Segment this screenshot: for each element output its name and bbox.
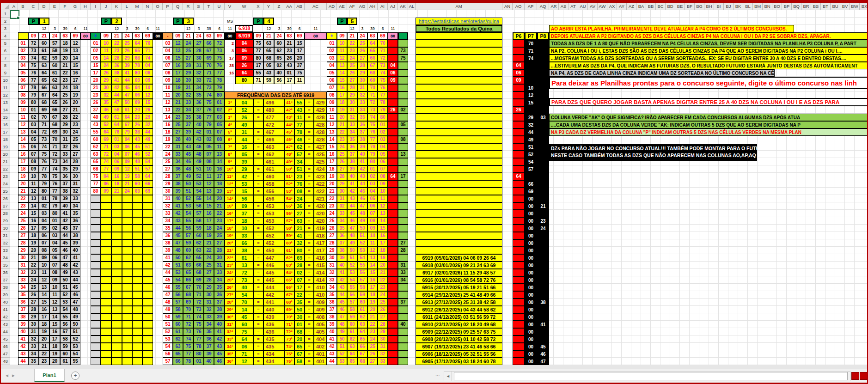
p2-data-cell[interactable]: 09 bbox=[101, 188, 111, 195]
row-header-21[interactable]: 21 bbox=[1, 158, 10, 165]
p3-data-cell[interactable]: 78 bbox=[214, 77, 225, 84]
p5-data-cell[interactable]: 68 bbox=[357, 358, 367, 365]
p3-data-cell[interactable]: 77 bbox=[204, 114, 214, 121]
p2-sign-cell[interactable]: + bbox=[91, 32, 101, 40]
p6-red-cell[interactable] bbox=[513, 328, 525, 335]
p3-data-cell[interactable]: 45 bbox=[173, 232, 183, 239]
p3-data-cell[interactable]: 36 bbox=[194, 99, 204, 106]
p7-value[interactable]: 00 bbox=[525, 293, 537, 298]
p1-data-cell[interactable]: 28 bbox=[60, 114, 70, 121]
p2-data-cell[interactable] bbox=[132, 350, 142, 358]
p3-data-cell[interactable]: 12 bbox=[204, 180, 214, 188]
p2-data-cell[interactable]: 44 bbox=[111, 91, 122, 99]
p3-index-cell[interactable]: 14 bbox=[163, 114, 173, 121]
p1-data-cell[interactable]: 22 bbox=[28, 262, 39, 269]
aj-red-cell[interactable] bbox=[388, 239, 398, 247]
p2-index-cell[interactable]: 77 bbox=[91, 180, 101, 188]
p1-data-cell[interactable]: 23 bbox=[28, 269, 39, 276]
p5-data-cell[interactable]: 30 bbox=[357, 77, 367, 84]
p2-data-cell[interactable] bbox=[101, 225, 111, 232]
p5-data-cell[interactable]: 35 bbox=[357, 114, 367, 121]
p5-data-cell[interactable]: 19 bbox=[367, 299, 378, 306]
p5-data-cell[interactable]: 27 bbox=[347, 77, 357, 84]
p6-red-cell[interactable] bbox=[513, 114, 525, 121]
p3-data-cell[interactable]: 73 bbox=[214, 47, 225, 55]
p5-data-cell[interactable]: 06 bbox=[378, 158, 388, 165]
p2-data-cell[interactable] bbox=[142, 306, 153, 313]
p1-data-cell[interactable]: 12 bbox=[49, 299, 60, 306]
p1-data-cell[interactable]: 05 bbox=[28, 136, 39, 143]
p4-grid-cell[interactable]: 17 bbox=[294, 47, 305, 55]
p3-data-cell[interactable]: 27 bbox=[214, 239, 225, 247]
p1-data-cell[interactable]: 10 bbox=[39, 262, 49, 269]
p6-red-cell[interactable]: 26 bbox=[513, 106, 525, 114]
p7-value[interactable]: 00 bbox=[525, 241, 537, 246]
p5-data-cell[interactable]: 74 bbox=[367, 114, 378, 121]
p5-data-cell[interactable]: 57 bbox=[347, 299, 357, 306]
p2-data-cell[interactable]: 49 bbox=[142, 136, 153, 143]
p2-index-cell[interactable] bbox=[91, 217, 101, 225]
p2-index-cell[interactable] bbox=[91, 343, 101, 350]
p5-data-cell[interactable]: 50 bbox=[347, 247, 357, 254]
p2-base-0[interactable]: 09 bbox=[101, 32, 111, 40]
p3-data-cell[interactable]: 71 bbox=[204, 69, 214, 77]
ak-green-cell[interactable] bbox=[398, 165, 408, 173]
p2-data-cell[interactable] bbox=[101, 232, 111, 239]
p5-index-cell[interactable]: 40 bbox=[327, 328, 337, 335]
p5-data-cell[interactable]: 38 bbox=[337, 247, 347, 254]
p3-data-cell[interactable]: 37 bbox=[194, 106, 204, 114]
p2-data-cell[interactable]: 46 bbox=[101, 106, 111, 114]
p5-base-0[interactable]: 09 bbox=[337, 32, 347, 40]
p3-data-cell[interactable]: 63 bbox=[183, 262, 194, 269]
p2-data-cell[interactable]: 16 bbox=[111, 173, 122, 180]
p4-grid-cell[interactable]: 75 bbox=[253, 40, 263, 47]
p3-data-cell[interactable]: 78 bbox=[194, 343, 204, 350]
p3-data-cell[interactable]: 23 bbox=[173, 114, 183, 121]
p5-data-cell[interactable]: 15 bbox=[337, 77, 347, 84]
p3-data-cell[interactable]: 46 bbox=[194, 143, 204, 151]
p2-index-cell[interactable] bbox=[91, 306, 101, 313]
p1-data-cell[interactable]: 62 bbox=[49, 77, 60, 84]
p3-data-cell[interactable]: 71 bbox=[183, 313, 194, 321]
p1-data-cell[interactable]: 03 bbox=[28, 121, 39, 128]
p2-data-cell[interactable]: 22 bbox=[111, 40, 122, 47]
p1-data-cell[interactable]: 66 bbox=[49, 106, 60, 114]
p1-index-cell[interactable]: 22 bbox=[18, 195, 28, 202]
p1-data-cell[interactable]: 39 bbox=[60, 195, 70, 202]
p4-grid-cell[interactable]: 15 bbox=[294, 40, 305, 47]
p5-data-cell[interactable]: 42 bbox=[357, 165, 367, 173]
row-header-28[interactable]: 28 bbox=[1, 210, 10, 217]
p1-data-cell[interactable]: 44 bbox=[60, 232, 70, 239]
p2-data-cell[interactable] bbox=[111, 291, 122, 299]
p1-data-cell[interactable]: 72 bbox=[49, 151, 60, 158]
p3-index-cell[interactable]: 12 bbox=[163, 99, 173, 106]
p5-data-cell[interactable]: 60 bbox=[357, 299, 367, 306]
ak-green-cell[interactable] bbox=[398, 91, 408, 99]
p7-value[interactable]: 71 bbox=[525, 49, 537, 54]
p3-index-cell[interactable]: 28 bbox=[163, 173, 173, 180]
p7-value[interactable]: 00 bbox=[525, 315, 537, 320]
p1-index-cell[interactable]: 16 bbox=[18, 151, 28, 158]
p3-data-cell[interactable]: 31 bbox=[204, 299, 214, 306]
p3-data-cell[interactable]: 62 bbox=[173, 335, 183, 343]
aj-red-cell[interactable] bbox=[388, 210, 398, 217]
p2-data-cell[interactable] bbox=[132, 210, 142, 217]
p6-red-cell[interactable] bbox=[513, 217, 525, 225]
p5-data-cell[interactable]: 42 bbox=[347, 188, 357, 195]
p2-data-cell[interactable] bbox=[111, 299, 122, 306]
aj-red-cell[interactable]: 04 bbox=[388, 62, 398, 69]
p2-data-cell[interactable]: 14 bbox=[101, 55, 111, 62]
p2-index-cell[interactable]: 20 bbox=[91, 77, 101, 84]
column-header-BB[interactable]: BB bbox=[646, 3, 656, 10]
p5-data-cell[interactable]: 09 bbox=[378, 180, 388, 188]
result-row[interactable]: 6911 (24/12/2025) 03 51 56 59 72 bbox=[416, 313, 502, 321]
row-header-25[interactable]: 25 bbox=[1, 188, 10, 195]
p5-data-cell[interactable]: 65 bbox=[357, 335, 367, 343]
p1-data-cell[interactable]: 20 bbox=[60, 55, 70, 62]
p2-data-cell[interactable] bbox=[142, 291, 153, 299]
p6-red-cell[interactable]: 06 bbox=[513, 69, 525, 77]
p5-data-cell[interactable]: 03 bbox=[378, 136, 388, 143]
p2-data-cell[interactable]: 09 bbox=[132, 99, 142, 106]
p1-data-cell[interactable]: 62 bbox=[39, 55, 49, 62]
column-header-BC[interactable]: BC bbox=[656, 3, 666, 10]
